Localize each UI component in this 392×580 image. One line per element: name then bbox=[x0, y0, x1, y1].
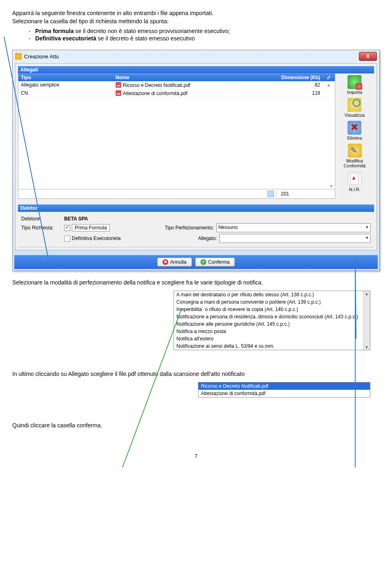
conferma-button[interactable]: ✔Conferma bbox=[195, 258, 235, 267]
visualizza-icon bbox=[347, 98, 361, 112]
mid-text-1: Selezionare la modalità di perfezionamen… bbox=[12, 279, 380, 286]
debitori-header: Debitori bbox=[18, 204, 374, 212]
window-title: Creazione Atto bbox=[24, 53, 59, 60]
bottom-button-bar: ✖Annulla ✔Conferma bbox=[14, 255, 378, 269]
status-total: 201 bbox=[276, 190, 334, 198]
window-icon bbox=[15, 53, 22, 60]
allegati-table: Tipo Nome Dimensione (Kb) ⤢ Allegato sem… bbox=[18, 73, 335, 189]
status-bar: 201 bbox=[18, 189, 335, 199]
lbl-allegato: Allegato: bbox=[161, 236, 219, 241]
chevron-down-icon: ▼ bbox=[365, 225, 369, 229]
dropdown-option[interactable]: Notifica all'estero bbox=[174, 335, 370, 342]
dropdown-option[interactable]: Notificazione ai sensi della L. 53/94 e … bbox=[174, 342, 370, 350]
table-row[interactable]: Allegato semplice Ricorso e Decreto Noti… bbox=[18, 81, 335, 89]
mid-text-2: In ultimo cliccando su Allegato sceglier… bbox=[12, 371, 380, 377]
table-row[interactable]: CN Attestazione di conformità.pdf 119 bbox=[18, 89, 335, 98]
bullet-1: - Prima formula se il decreto non è stat… bbox=[29, 28, 380, 34]
bullet-2: - Definitiva esecutorietà se il decreto … bbox=[29, 35, 380, 42]
final-text: Quindi cliccare la casella conferma. bbox=[12, 422, 380, 429]
lbl-debitore: Debitore: bbox=[21, 216, 64, 222]
importa-button[interactable]: Importa bbox=[347, 75, 362, 95]
scrollbar[interactable] bbox=[363, 291, 370, 350]
pdf-icon bbox=[116, 90, 121, 96]
checkbox-prima-formula[interactable] bbox=[64, 225, 70, 231]
col-expand[interactable]: ⤢ bbox=[323, 74, 335, 81]
allegati-header: Allegati bbox=[18, 66, 374, 73]
annulla-button[interactable]: ✖Annulla bbox=[157, 258, 192, 267]
creazione-atto-window: Creazione Atto X Allegati Tipo Nome Dime… bbox=[12, 50, 380, 271]
nir-button[interactable]: N.I.R. bbox=[347, 171, 362, 192]
callout-line-green bbox=[102, 308, 182, 467]
checkbox-definitiva[interactable] bbox=[64, 236, 70, 242]
allegato-combo[interactable]: ▼ bbox=[219, 234, 371, 243]
tipo-perfezionamento-combo[interactable]: Nessuno▼ bbox=[216, 223, 371, 232]
debitori-body: Debitore: BETA SPA Tipo Richiesta: Prima… bbox=[18, 212, 374, 247]
confirm-icon: ✔ bbox=[200, 259, 206, 265]
side-toolbar: Importa Visualizza Elimina Modifica Conf… bbox=[335, 73, 374, 196]
status-icon bbox=[267, 191, 274, 197]
allegato-file-list[interactable]: Ricorso e Decreto Notificati.pdf Attesta… bbox=[198, 382, 370, 398]
pdf-icon bbox=[116, 82, 121, 88]
chevron-down-icon: ▼ bbox=[365, 236, 369, 240]
file-option-selected[interactable]: Ricorso e Decreto Notificati.pdf bbox=[198, 382, 370, 390]
visualizza-button[interactable]: Visualizza bbox=[345, 98, 365, 118]
modifica-icon bbox=[348, 144, 362, 158]
nir-icon bbox=[347, 171, 362, 186]
dropdown-option[interactable]: Notificazione a persona di residenza, di… bbox=[174, 313, 370, 320]
debitore-value: BETA SPA bbox=[64, 216, 88, 222]
col-tipo[interactable]: Tipo bbox=[18, 74, 113, 81]
bullet-list: - Prima formula se il decreto non è stat… bbox=[29, 28, 380, 42]
elimina-icon bbox=[347, 121, 361, 135]
intro-line1: Apparirà la seguente finestra contenente… bbox=[12, 10, 380, 16]
dropdown-option[interactable]: Notificazione alle persone giuridiche (A… bbox=[174, 320, 370, 328]
prima-formula-label: Prima Formula bbox=[72, 224, 110, 231]
elimina-button[interactable]: Elimina bbox=[347, 121, 362, 140]
file-option[interactable]: Attestazione di conformità.pdf bbox=[198, 390, 370, 397]
title-bar: Creazione Atto X bbox=[13, 50, 379, 62]
dropdown-option[interactable]: Notifica a mezzo posta bbox=[174, 328, 370, 335]
col-dim[interactable]: Dimensione (Kb) bbox=[261, 74, 323, 81]
lbl-tipo-perf: Tipo Perfezionamento: bbox=[151, 225, 216, 231]
dropdown-option[interactable]: Irreperibilita` o rifiuto di ricevere la… bbox=[174, 306, 370, 313]
table-blank bbox=[18, 98, 335, 183]
lbl-tipo-richiesta: Tipo Richiesta: bbox=[21, 225, 64, 231]
perfezionamento-dropdown[interactable]: A mani del destinatario o per rifiuto de… bbox=[174, 291, 370, 350]
modifica-button[interactable]: Modifica Conformità bbox=[335, 144, 374, 168]
dropdown-option[interactable]: Consegna a mani di persona convivente o … bbox=[174, 298, 370, 306]
close-button[interactable]: X bbox=[359, 52, 377, 61]
importa-icon bbox=[347, 75, 361, 89]
cancel-icon: ✖ bbox=[163, 259, 168, 265]
intro-line2: Selezionare la casella del tipo di richi… bbox=[12, 18, 380, 24]
definitiva-label: Definitiva Esecutorieta bbox=[72, 236, 120, 241]
dropdown-option[interactable]: A mani del destinatario o per rifiuto de… bbox=[174, 291, 370, 298]
col-nome[interactable]: Nome bbox=[113, 74, 261, 81]
page-number: 7 bbox=[12, 453, 380, 459]
